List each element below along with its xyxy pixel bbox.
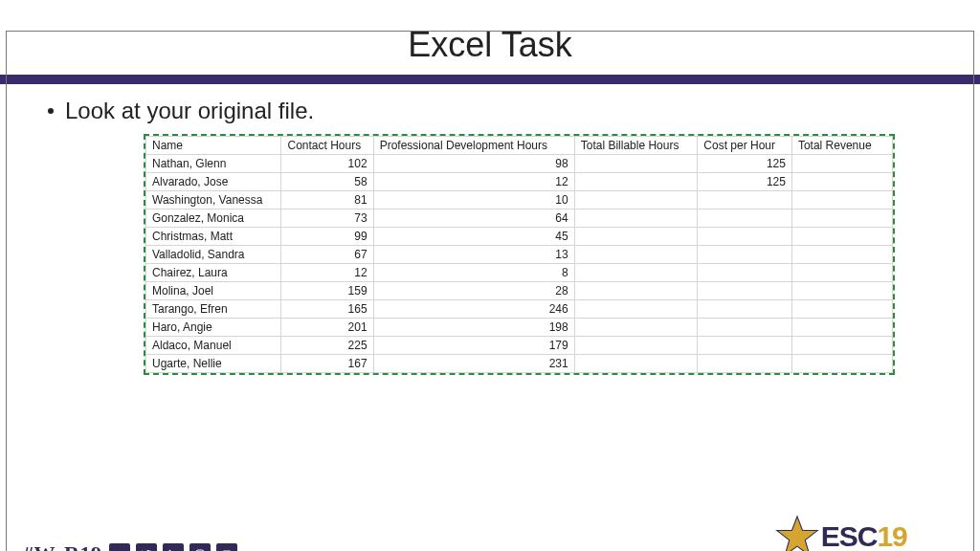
table-row: Molina, Joel15928	[146, 282, 893, 300]
col-header: Cost per Hour	[698, 137, 792, 155]
table-row: Ugarte, Nellie167231	[146, 355, 893, 373]
cell: 67	[281, 246, 373, 264]
cell	[574, 264, 698, 282]
cell	[791, 191, 892, 209]
table-row: Tarango, Efren165246	[146, 300, 893, 319]
cell: Aldaco, Manuel	[146, 337, 281, 355]
esc19-logo: ESC19 Serving the Educational Communitie…	[725, 515, 957, 551]
cell	[698, 209, 792, 228]
cell: 246	[373, 300, 574, 319]
hashtag: #WeR19	[23, 541, 101, 551]
cell: 10	[373, 191, 574, 209]
cell: Chairez, Laura	[146, 264, 281, 282]
slide-title: Excel Task	[0, 25, 980, 65]
content-area: Look at your original file. Name Contact…	[0, 84, 980, 375]
col-header: Name	[146, 137, 281, 155]
bullet-item: Look at your original file.	[48, 98, 942, 124]
table-row: Nathan, Glenn10298125	[146, 155, 893, 173]
cell	[791, 264, 892, 282]
cell: Gonzalez, Monica	[146, 209, 281, 228]
cell: 98	[373, 155, 574, 173]
cell	[791, 355, 892, 373]
cell: Christmas, Matt	[146, 228, 281, 246]
col-header: Total Billable Hours	[574, 137, 698, 155]
cell: Washington, Vanessa	[146, 191, 281, 209]
twitter-icon	[136, 543, 157, 551]
cell	[574, 300, 698, 319]
cell: Valladolid, Sandra	[146, 246, 281, 264]
cell	[791, 337, 892, 355]
cell	[574, 209, 698, 228]
bullet-icon	[48, 108, 54, 114]
col-header: Contact Hours	[281, 137, 373, 155]
table-row: Alvarado, Jose5812125	[146, 173, 893, 191]
cell	[698, 228, 792, 246]
cell: 13	[373, 246, 574, 264]
facebook-icon	[109, 543, 130, 551]
cell	[574, 246, 698, 264]
svg-marker-3	[777, 517, 817, 551]
cell: 99	[281, 228, 373, 246]
cell	[574, 173, 698, 191]
table-row: Chairez, Laura128	[146, 264, 893, 282]
cell	[791, 173, 892, 191]
cell	[698, 300, 792, 319]
col-header: Professional Development Hours	[373, 137, 574, 155]
cell	[698, 355, 792, 373]
cell	[791, 282, 892, 300]
cell	[698, 282, 792, 300]
cell: 165	[281, 300, 373, 319]
cell: Molina, Joel	[146, 282, 281, 300]
cell: Alvarado, Jose	[146, 173, 281, 191]
table-row: Haro, Angie201198	[146, 319, 893, 337]
cell	[574, 191, 698, 209]
table-row: Washington, Vanessa8110	[146, 191, 893, 209]
excel-table-selection: Name Contact Hours Professional Developm…	[144, 134, 895, 375]
cell: Nathan, Glenn	[146, 155, 281, 173]
cell	[698, 246, 792, 264]
table-row: Gonzalez, Monica7364	[146, 209, 893, 228]
footer: #WeR19 ESC19	[0, 520, 980, 551]
cell	[574, 337, 698, 355]
cell: 64	[373, 209, 574, 228]
cell: 231	[373, 355, 574, 373]
cell: 73	[281, 209, 373, 228]
linkedin-icon	[163, 543, 184, 551]
cell	[791, 319, 892, 337]
cell: 125	[698, 173, 792, 191]
cell	[791, 246, 892, 264]
youtube-icon	[216, 543, 237, 551]
bullet-text: Look at your original file.	[65, 98, 314, 124]
excel-table: Name Contact Hours Professional Developm…	[145, 136, 893, 373]
cell: Haro, Angie	[146, 319, 281, 337]
cell: 45	[373, 228, 574, 246]
table-row: Aldaco, Manuel225179	[146, 337, 893, 355]
cell	[791, 155, 892, 173]
cell: 102	[281, 155, 373, 173]
cell: 198	[373, 319, 574, 337]
cell	[574, 155, 698, 173]
cell: 12	[281, 264, 373, 282]
footer-left: #WeR19	[23, 541, 237, 551]
cell: 12	[373, 173, 574, 191]
table-body: Nathan, Glenn10298125Alvarado, Jose58121…	[146, 155, 893, 373]
cell: 8	[373, 264, 574, 282]
star-icon	[775, 515, 819, 551]
cell	[698, 319, 792, 337]
cell: 58	[281, 173, 373, 191]
slide: Excel Task Look at your original file. N…	[0, 25, 980, 551]
cell: 159	[281, 282, 373, 300]
cell	[574, 319, 698, 337]
cell	[698, 264, 792, 282]
cell	[791, 300, 892, 319]
cell: 201	[281, 319, 373, 337]
cell: Ugarte, Nellie	[146, 355, 281, 373]
cell	[574, 282, 698, 300]
instagram-icon	[189, 543, 211, 551]
cell: 225	[281, 337, 373, 355]
cell	[698, 191, 792, 209]
cell	[698, 337, 792, 355]
cell: 81	[281, 191, 373, 209]
cell: 28	[373, 282, 574, 300]
logo-text: ESC19	[821, 520, 907, 551]
